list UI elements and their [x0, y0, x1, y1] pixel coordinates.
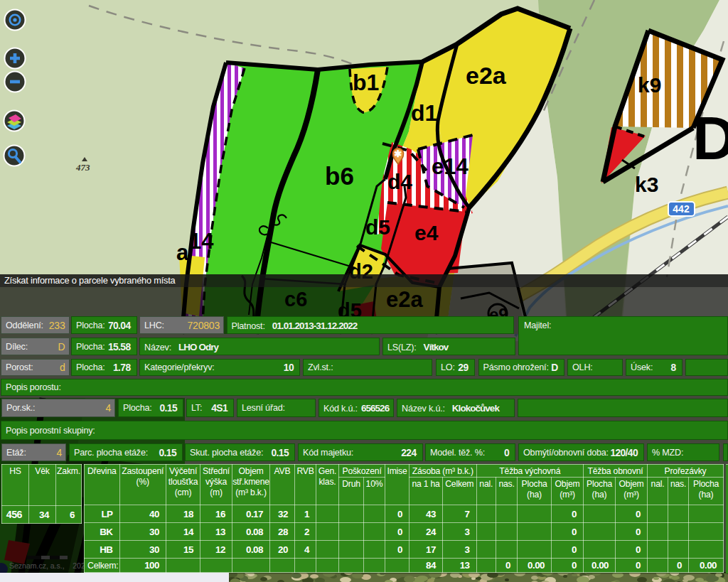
svg-text:b6: b6 — [325, 162, 354, 190]
svg-text:d1: d1 — [411, 100, 437, 126]
svg-text:a: a — [176, 240, 189, 265]
svg-text:14: 14 — [189, 229, 214, 254]
svg-text:✱: ✱ — [395, 149, 402, 159]
svg-text:d4: d4 — [387, 170, 412, 193]
svg-text:k3: k3 — [635, 173, 658, 196]
svg-text:e14: e14 — [432, 154, 469, 179]
svg-text:D: D — [692, 104, 728, 172]
svg-text:b1: b1 — [353, 70, 379, 95]
svg-text:e2a: e2a — [466, 62, 507, 89]
svg-text:473: 473 — [75, 162, 90, 173]
svg-text:442: 442 — [673, 203, 690, 215]
svg-text:e4: e4 — [414, 221, 439, 244]
svg-text:d5: d5 — [365, 215, 390, 239]
svg-text:k9: k9 — [638, 73, 661, 97]
